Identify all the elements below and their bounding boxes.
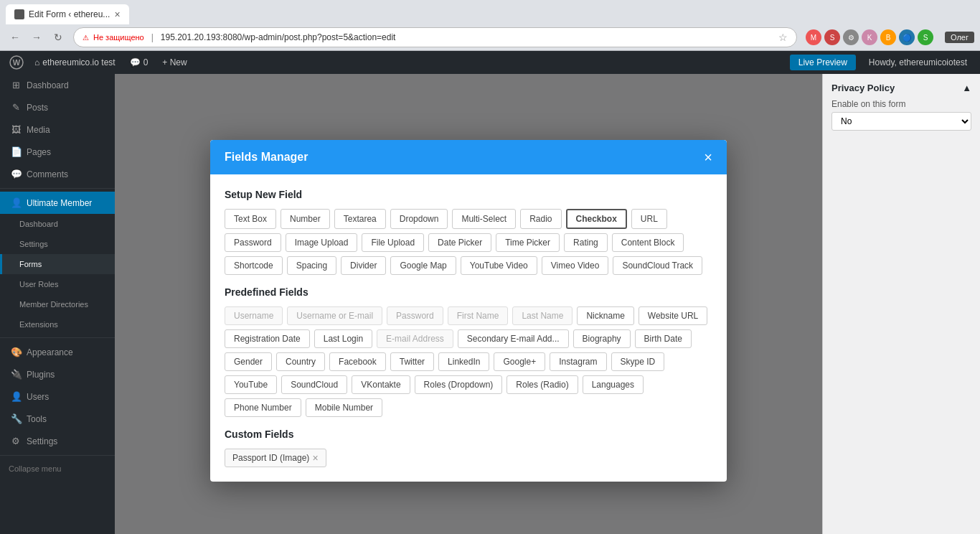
predefined-button-website-url[interactable]: Website URL: [639, 306, 707, 325]
custom-field-remove[interactable]: ×: [312, 452, 318, 464]
nav-buttons: ← → ↻: [6, 28, 67, 47]
setup-button-vimeo-video[interactable]: Vimeo Video: [542, 256, 609, 275]
setup-button-text-box[interactable]: Text Box: [225, 209, 276, 229]
admin-bar-new[interactable]: + New: [155, 51, 194, 74]
predefined-button-mobile-number[interactable]: Mobile Number: [306, 398, 382, 417]
setup-button-shortcode[interactable]: Shortcode: [225, 256, 283, 275]
setup-button-image-upload[interactable]: Image Upload: [286, 233, 358, 252]
sidebar-item-plugins[interactable]: 🔌 Plugins: [0, 363, 115, 385]
setup-button-radio[interactable]: Radio: [520, 209, 561, 229]
admin-bar-site[interactable]: ⌂ ethereumico.io test: [27, 51, 123, 74]
ext-icon-2[interactable]: S: [824, 29, 840, 45]
sidebar-item-ultimate-member[interactable]: 👤 Ultimate Member: [0, 192, 115, 214]
live-preview-button[interactable]: Live Preview: [790, 55, 856, 70]
bookmark-icon[interactable]: ☆: [778, 32, 788, 43]
sidebar-item-posts[interactable]: ✎ Posts: [0, 96, 115, 118]
setup-button-url[interactable]: URL: [631, 209, 667, 229]
sidebar-item-settings[interactable]: ⚙ Settings: [0, 430, 115, 452]
setup-button-file-upload[interactable]: File Upload: [362, 233, 424, 252]
custom-field-tag[interactable]: Passport ID (Image)×: [225, 449, 326, 467]
admin-bar-comments[interactable]: 💬 0: [123, 51, 156, 74]
predefined-button-linkedin[interactable]: LinkedIn: [438, 352, 489, 371]
close-tab-button[interactable]: ×: [114, 9, 120, 20]
setup-button-google-map[interactable]: Google Map: [390, 256, 456, 275]
panel-toggle-icon[interactable]: ▲: [962, 83, 971, 93]
setup-button-divider[interactable]: Divider: [341, 256, 386, 275]
setup-button-date-picker[interactable]: Date Picker: [428, 233, 491, 252]
wp-logo[interactable]: W: [6, 51, 27, 74]
setup-button-dropdown[interactable]: Dropdown: [390, 209, 448, 229]
panel-title-text: Privacy Policy: [831, 83, 895, 93]
predefined-button-youtube[interactable]: YouTube: [225, 375, 277, 394]
collapse-menu-button[interactable]: Collapse menu: [0, 459, 115, 479]
sidebar-item-comments[interactable]: 💬 Comments: [0, 163, 115, 185]
sidebar-item-um-extensions[interactable]: Extensions: [0, 314, 115, 334]
modal-close-button[interactable]: ×: [704, 150, 712, 164]
predefined-button-vkontakte[interactable]: VKontakte: [352, 375, 410, 394]
ext-icon-7[interactable]: S: [918, 29, 933, 45]
predefined-button-roles-radio-[interactable]: Roles (Radio): [507, 375, 578, 394]
predefined-button-nickname[interactable]: Nickname: [577, 306, 633, 325]
predefined-button-registration-date[interactable]: Registration Date: [225, 329, 310, 348]
modal-overlay[interactable]: Fields Manager × Setup New Field Text Bo…: [115, 74, 822, 534]
sidebar-label-appearance: Appearance: [27, 347, 73, 357]
setup-button-content-block[interactable]: Content Block: [612, 233, 684, 252]
setup-button-time-picker[interactable]: Time Picker: [496, 233, 560, 252]
sidebar-label-ultimate-member: Ultimate Member: [27, 198, 92, 208]
comments-count: 0: [143, 57, 149, 67]
predefined-button-phone-number[interactable]: Phone Number: [225, 398, 301, 417]
predefined-button-birth-date[interactable]: Birth Date: [635, 329, 692, 348]
setup-button-rating[interactable]: Rating: [564, 233, 608, 252]
predefined-button-country[interactable]: Country: [276, 352, 325, 371]
setup-button-multi-select[interactable]: Multi-Select: [452, 209, 516, 229]
browser-tab[interactable]: Edit Form ‹ ethereu... ×: [6, 4, 129, 24]
setup-button-spacing[interactable]: Spacing: [287, 256, 336, 275]
ext-icon-4[interactable]: K: [862, 29, 877, 45]
sidebar-item-tools[interactable]: 🔧 Tools: [0, 408, 115, 430]
sidebar-item-um-member-directories[interactable]: Member Directories: [0, 294, 115, 314]
sidebar-label-comments: Comments: [27, 169, 68, 179]
predefined-button-twitter[interactable]: Twitter: [390, 352, 434, 371]
setup-button-password[interactable]: Password: [225, 233, 281, 252]
sidebar-item-um-settings[interactable]: Settings: [0, 234, 115, 254]
sidebar-item-um-user-roles[interactable]: User Roles: [0, 274, 115, 294]
predefined-button-gender[interactable]: Gender: [225, 352, 272, 371]
ext-icon-6[interactable]: 🔵: [899, 29, 915, 45]
predefined-button-roles-dropdown-[interactable]: Roles (Dropdown): [415, 375, 503, 394]
sidebar-item-um-forms[interactable]: Forms: [0, 254, 115, 274]
setup-button-checkbox[interactable]: Checkbox: [566, 209, 627, 229]
predefined-button-last-login[interactable]: Last Login: [314, 329, 372, 348]
predefined-button-facebook[interactable]: Facebook: [329, 352, 386, 371]
ext-icon-1[interactable]: M: [806, 29, 821, 45]
refresh-button[interactable]: ↻: [49, 28, 67, 47]
predefined-button-google+[interactable]: Google+: [494, 352, 545, 371]
predefined-button-soundcloud[interactable]: SoundCloud: [281, 375, 347, 394]
browser-tab-bar: Edit Form ‹ ethereu... ×: [0, 0, 980, 24]
predefined-button-skype-id[interactable]: Skype ID: [611, 352, 665, 371]
sidebar-label-pages: Pages: [27, 147, 51, 157]
sidebar-item-um-dashboard[interactable]: Dashboard: [0, 214, 115, 234]
back-button[interactable]: ←: [6, 28, 24, 47]
ext-icon-5[interactable]: B: [880, 29, 896, 45]
sidebar-item-users[interactable]: 👤 Users: [0, 385, 115, 408]
address-input[interactable]: ⚠ Не защищено | 195.201.20.193:8080/wp-a…: [73, 27, 797, 47]
predefined-button-biography[interactable]: Biography: [573, 329, 631, 348]
comments-icon: 💬: [11, 169, 21, 179]
sidebar-item-pages[interactable]: 📄 Pages: [0, 141, 115, 163]
sidebar-item-media[interactable]: 🖼 Media: [0, 118, 115, 141]
setup-button-youtube-video[interactable]: YouTube Video: [461, 256, 537, 275]
svg-text:W: W: [13, 58, 21, 67]
setup-button-number[interactable]: Number: [281, 209, 330, 229]
media-icon: 🖼: [11, 124, 21, 135]
predefined-button-secondary-e-mail-add-[interactable]: Secondary E-mail Add...: [458, 329, 569, 348]
url-separator: |: [151, 32, 154, 42]
forward-button[interactable]: →: [27, 28, 46, 47]
predefined-button-languages[interactable]: Languages: [583, 375, 644, 394]
setup-button-soundcloud-track[interactable]: SoundCloud Track: [613, 256, 702, 275]
predefined-button-instagram[interactable]: Instagram: [550, 352, 606, 371]
privacy-policy-select[interactable]: No Yes: [831, 112, 971, 131]
ext-icon-3[interactable]: ⚙: [843, 29, 859, 45]
setup-button-textarea[interactable]: Textarea: [334, 209, 386, 229]
sidebar-item-appearance[interactable]: 🎨 Appearance: [0, 341, 115, 363]
sidebar-item-dashboard[interactable]: ⊞ Dashboard: [0, 74, 115, 96]
